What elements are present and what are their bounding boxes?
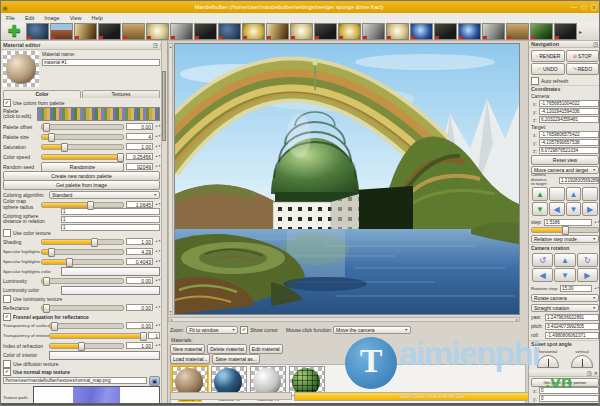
material-name-input[interactable]: material #1 bbox=[42, 59, 160, 66]
rotation-step-input[interactable]: 15.00 bbox=[560, 285, 592, 292]
move-left-button[interactable]: ◀ bbox=[549, 202, 565, 216]
yaw-input[interactable]: 1.2479636022891 bbox=[545, 314, 599, 321]
palette-gradient[interactable] bbox=[37, 107, 160, 121]
get-point-button[interactable]: Get point under pointer bbox=[531, 378, 599, 387]
coloring-sphere-y[interactable]: 1 bbox=[61, 216, 160, 223]
rotate-yaw-right-button[interactable]: ▶ bbox=[577, 268, 598, 282]
coloring-algorithm-select[interactable]: Standard ▼ bbox=[49, 191, 160, 199]
move-down-button[interactable]: ▼ bbox=[532, 202, 548, 216]
use-normalmap-checkbox[interactable]: ✓ bbox=[3, 368, 11, 376]
scroll-left-icon[interactable]: ◂ bbox=[170, 317, 172, 322]
stop-button[interactable]: ⊘ STOP bbox=[566, 50, 600, 62]
palette-offset-value[interactable]: 0.00 bbox=[126, 123, 153, 130]
texture-thumbnail[interactable] bbox=[74, 23, 97, 40]
ior-slider[interactable] bbox=[49, 343, 124, 349]
camera-z-input[interactable]: 6.2032294359481 bbox=[539, 116, 599, 123]
spinner-arrows[interactable]: ▲▼ bbox=[155, 344, 160, 347]
rendered-image[interactable] bbox=[174, 43, 520, 315]
texture-thumbnail[interactable] bbox=[458, 23, 481, 40]
viewport-horizontal-scrollbar[interactable]: ◂ ▸ bbox=[168, 317, 520, 322]
luminosity-color-button[interactable] bbox=[61, 286, 160, 295]
transparency-interior-slider[interactable] bbox=[49, 333, 146, 339]
scroll-up-icon[interactable]: ▴ bbox=[169, 44, 171, 49]
interior-color-button[interactable] bbox=[49, 351, 160, 360]
coloring-sphere-x[interactable]: 1 bbox=[61, 208, 160, 215]
random-seed-value[interactable]: 92049 bbox=[126, 163, 153, 170]
texture-thumbnail[interactable] bbox=[194, 23, 217, 40]
menu-file[interactable]: File bbox=[1, 15, 20, 21]
specular-color-button[interactable] bbox=[61, 267, 160, 276]
zoom-select[interactable]: Fit to window▼ bbox=[186, 326, 238, 334]
scroll-down-icon[interactable]: ▾ bbox=[169, 309, 171, 314]
step-input[interactable]: 1.5186 bbox=[544, 219, 592, 226]
texture-thumbnail[interactable] bbox=[506, 23, 529, 40]
rotate-up-button[interactable]: ▲ bbox=[554, 253, 575, 267]
toolbar-overflow-arrow[interactable]: ▸ bbox=[579, 28, 582, 35]
edit-material-button[interactable]: Edit material bbox=[249, 344, 283, 354]
palette-offset-slider[interactable] bbox=[41, 124, 124, 130]
render-button[interactable]: ◔ RENDER bbox=[531, 50, 565, 62]
specular-width-slider[interactable] bbox=[41, 259, 124, 265]
spinner-arrows[interactable]: ▲▼ bbox=[155, 165, 160, 168]
texture-thumbnail[interactable] bbox=[338, 23, 361, 40]
luminosity-slider[interactable] bbox=[41, 278, 124, 284]
point-x-input[interactable]: 0 bbox=[539, 387, 599, 394]
spinner-arrows[interactable]: ▲▼ bbox=[155, 125, 160, 128]
tab-textures[interactable]: Textures bbox=[82, 90, 160, 98]
transparency-interior-value[interactable]: 1 bbox=[148, 332, 160, 339]
dock-icon[interactable]: ◳ bbox=[592, 41, 599, 47]
spinner-arrows[interactable]: ▲▼ bbox=[155, 135, 160, 138]
texture-thumbnail[interactable] bbox=[314, 23, 337, 40]
saturation-value[interactable]: 1.00 bbox=[126, 143, 153, 150]
scroll-right-icon[interactable]: ▸ bbox=[516, 317, 518, 322]
redo-button[interactable]: ↷ REDO bbox=[566, 63, 600, 75]
spinner-arrows[interactable]: ▲▼ bbox=[155, 155, 160, 158]
menu-edit[interactable]: Edit bbox=[20, 15, 39, 21]
save-material-button[interactable]: Save material as... bbox=[212, 354, 259, 364]
move-right-button[interactable]: ▶ bbox=[582, 202, 598, 216]
color-speed-value[interactable]: 0.25456 bbox=[126, 153, 153, 160]
texture-thumbnail[interactable] bbox=[530, 23, 553, 40]
spinner-arrows[interactable]: ▲▼ bbox=[155, 145, 160, 148]
target-y-input[interactable]: -4.1057890657538 bbox=[539, 139, 599, 146]
use-luminosity-texture-checkbox[interactable] bbox=[3, 295, 11, 303]
dock-icon[interactable]: ◳ bbox=[152, 42, 159, 48]
color-speed-slider[interactable] bbox=[41, 154, 124, 160]
specular-width-value[interactable]: 0.4043 bbox=[126, 258, 153, 265]
texture-thumbnail[interactable] bbox=[218, 23, 241, 40]
step-slider[interactable] bbox=[531, 227, 599, 233]
rotate-left-button[interactable]: ↺ bbox=[532, 253, 553, 267]
texture-thumbnail[interactable] bbox=[482, 23, 505, 40]
shading-value[interactable]: 1.00 bbox=[126, 238, 153, 245]
roll-input[interactable]: -1.4980806062371 bbox=[545, 332, 599, 339]
rotate-down-button[interactable]: ▼ bbox=[554, 268, 575, 282]
menu-view[interactable]: View bbox=[65, 15, 87, 21]
menu-help[interactable]: Help bbox=[86, 15, 107, 21]
tab-color[interactable]: Color bbox=[3, 90, 81, 98]
add-preset-button[interactable]: ✚ bbox=[3, 23, 25, 40]
palette-size-value[interactable]: 4 bbox=[126, 133, 153, 140]
auto-refresh-checkbox[interactable] bbox=[531, 77, 539, 85]
new-material-button[interactable]: New material bbox=[170, 344, 205, 354]
spinner-arrows[interactable]: ▲▼ bbox=[155, 260, 160, 263]
rotation-mode-select[interactable]: Rotate camera▼ bbox=[531, 294, 599, 302]
close-icon[interactable]: ✕ bbox=[593, 370, 599, 376]
specular-brightness-value[interactable]: 4.29 bbox=[126, 248, 153, 255]
texture-thumbnail[interactable] bbox=[170, 23, 193, 40]
spinner-arrows[interactable]: ▲▼ bbox=[594, 221, 599, 224]
rotate-yaw-left-button[interactable]: ◀ bbox=[532, 268, 553, 282]
rotation-mode2-select[interactable]: Straight rotation▼ bbox=[531, 304, 599, 312]
close-button[interactable]: x bbox=[590, 3, 598, 11]
move-up-button[interactable]: ▲ bbox=[532, 187, 548, 201]
shading-slider[interactable] bbox=[41, 239, 124, 245]
dock-icon[interactable]: ◳ bbox=[586, 370, 593, 376]
camera-y-input[interactable]: -4.1202941594336 bbox=[539, 108, 599, 115]
browse-texture-button[interactable]: ▣ bbox=[149, 376, 160, 386]
use-diffusion-texture-checkbox[interactable] bbox=[3, 360, 11, 368]
specular-brightness-slider[interactable] bbox=[41, 249, 124, 255]
palette-size-slider[interactable] bbox=[41, 134, 124, 140]
spinner-arrows[interactable]: ▲▼ bbox=[155, 306, 160, 309]
texture-thumbnail[interactable] bbox=[362, 23, 385, 40]
texture-thumbnail[interactable] bbox=[386, 23, 409, 40]
undo-button[interactable]: ↶ UNDO bbox=[531, 63, 565, 75]
